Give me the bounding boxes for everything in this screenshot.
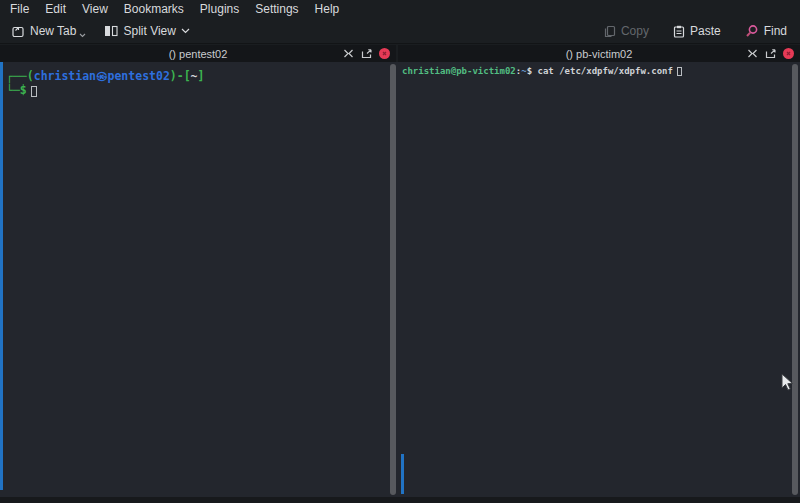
left-pane-scrollbar[interactable] [390, 64, 396, 495]
split-view-button[interactable]: Split View [97, 21, 196, 41]
detach-view-icon[interactable] [361, 49, 372, 59]
prompt-line-1: ┌──(christian㉿pentest02)-[~] [6, 69, 385, 83]
terminal-pane-pb-victim02[interactable]: christian@pb-victim02:~$ cat /etc/xdpfw/… [397, 62, 800, 497]
paste-button[interactable]: Paste [666, 21, 728, 41]
expand-view-icon[interactable] [747, 49, 758, 58]
prompt-line: christian@pb-victim02:~$ cat /etc/xdpfw/… [402, 65, 788, 78]
prompt-line-2: └─$ [6, 83, 385, 97]
pane-accent-strip [401, 454, 404, 494]
menu-settings[interactable]: Settings [247, 0, 306, 19]
terminal-pane-pentest02[interactable]: ┌──(christian㉿pentest02)-[~] └─$ [0, 62, 397, 497]
new-tab-label: New Tab [30, 24, 76, 38]
terminal-cursor [31, 86, 37, 97]
find-icon [745, 24, 759, 38]
menu-file[interactable]: File [2, 0, 37, 19]
right-pane-title: () pb-victim02 [566, 48, 633, 60]
new-tab-dropdown-caret [79, 33, 86, 38]
right-pane-titlebar[interactable]: () pb-victim02 [398, 45, 800, 62]
menu-edit[interactable]: Edit [37, 0, 74, 19]
left-pane-titlebar[interactable]: () pentest02 [0, 45, 396, 62]
window-bottom-frame [0, 497, 800, 503]
copy-button[interactable]: Copy [596, 21, 656, 41]
close-view-button[interactable] [783, 48, 794, 59]
terminal-cursor [677, 67, 682, 76]
menu-plugins[interactable]: Plugins [192, 0, 247, 19]
terminal-output-right: christian@pb-victim02:~$ cat /etc/xdpfw/… [397, 62, 800, 78]
menu-bar: File Edit View Bookmarks Plugins Setting… [0, 0, 800, 19]
find-label: Find [764, 24, 787, 38]
right-pane-scrollbar[interactable] [792, 64, 798, 495]
copy-label: Copy [621, 24, 649, 38]
new-tab-button[interactable]: New Tab [4, 21, 93, 41]
mouse-cursor [781, 373, 794, 396]
paste-label: Paste [690, 24, 721, 38]
split-view-label: Split View [123, 24, 175, 38]
paste-icon [673, 25, 685, 38]
menu-view[interactable]: View [74, 0, 116, 19]
split-titlebars: () pentest02 () pb-victim02 [0, 45, 800, 62]
menu-bookmarks[interactable]: Bookmarks [116, 0, 192, 19]
active-pane-accent-strip [0, 62, 3, 490]
expand-view-icon[interactable] [343, 49, 354, 58]
split-view-icon [104, 25, 118, 37]
toolbar: New Tab Split View [0, 19, 800, 44]
new-tab-icon [11, 25, 25, 38]
left-pane-title: () pentest02 [169, 48, 228, 60]
find-button[interactable]: Find [738, 21, 794, 41]
copy-icon [603, 25, 616, 38]
close-view-button[interactable] [379, 48, 390, 59]
terminal-output-left: ┌──(christian㉿pentest02)-[~] └─$ [0, 62, 397, 97]
split-view-chevron-icon [181, 28, 190, 34]
detach-view-icon[interactable] [765, 49, 776, 59]
menu-help[interactable]: Help [307, 0, 348, 19]
